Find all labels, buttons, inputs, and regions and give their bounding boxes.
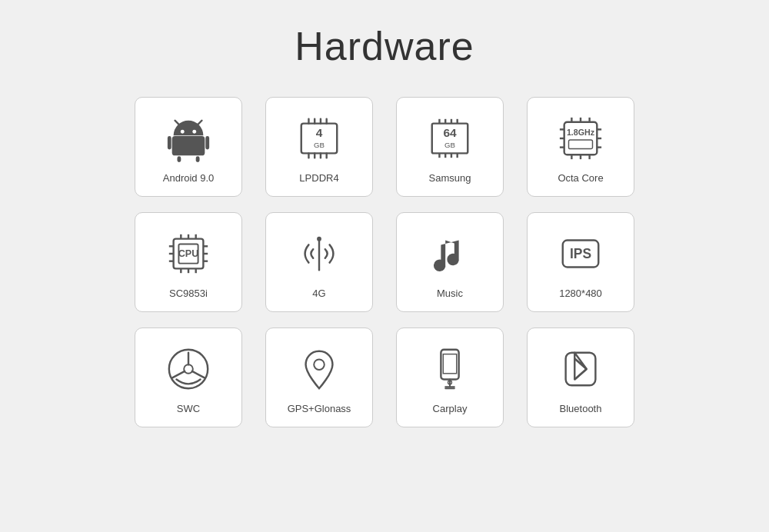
- card-ips: IPS 1280*480: [527, 212, 634, 312]
- svg-point-2: [181, 129, 185, 133]
- lpddr4-label: LPDDR4: [299, 172, 338, 184]
- card-android: Android 9.0: [135, 97, 242, 197]
- svg-rect-71: [443, 354, 456, 373]
- 4g-label: 4G: [312, 288, 325, 299]
- svg-rect-8: [196, 156, 200, 162]
- octa-icon: 1.8GHz: [553, 111, 608, 166]
- bluetooth-icon: [553, 341, 608, 397]
- svg-text:CPU: CPU: [178, 248, 199, 258]
- gps-label: GPS+Glonass: [288, 403, 351, 414]
- svg-text:GB: GB: [314, 140, 325, 148]
- card-lpddr4: 4 GB LPDDR4: [265, 97, 373, 197]
- samsung-icon: 64 GB: [422, 111, 478, 166]
- svg-text:64: 64: [443, 126, 457, 139]
- ram-icon: 4 GB: [291, 111, 347, 166]
- svg-line-67: [172, 371, 185, 377]
- carplay-label: Carplay: [433, 403, 468, 414]
- svg-point-61: [317, 236, 321, 241]
- page-title: Hardware: [295, 23, 474, 69]
- android-icon: [161, 111, 216, 166]
- hardware-grid: Android 9.0 4: [135, 97, 634, 427]
- cpu-icon: CPU: [161, 226, 216, 281]
- steering-icon: [161, 341, 216, 397]
- svg-rect-30: [564, 121, 598, 155]
- sc9853i-label: SC9853i: [169, 288, 208, 299]
- carplay-icon: [422, 341, 478, 397]
- svg-point-65: [184, 364, 193, 374]
- svg-rect-4: [172, 136, 205, 155]
- svg-line-68: [192, 371, 205, 377]
- svg-rect-44: [569, 139, 593, 148]
- card-carplay: Carplay: [396, 328, 504, 427]
- page-container: Hardware: [0, 0, 769, 532]
- svg-rect-5: [168, 136, 171, 149]
- card-bluetooth: Bluetooth: [527, 328, 634, 427]
- svg-text:4: 4: [316, 126, 323, 139]
- svg-rect-6: [205, 136, 209, 149]
- card-gps: GPS+Glonass: [265, 328, 373, 427]
- svg-point-3: [192, 129, 196, 133]
- samsung-label: Samsung: [429, 172, 471, 184]
- gps-icon: [291, 341, 347, 397]
- card-music: Music: [396, 212, 504, 312]
- svg-point-69: [314, 359, 325, 370]
- bluetooth-label: Bluetooth: [560, 403, 602, 414]
- svg-rect-7: [177, 156, 181, 162]
- octa-label: Octa Core: [558, 172, 603, 184]
- ips-icon: IPS: [553, 226, 608, 281]
- card-4g: 4G: [265, 212, 373, 312]
- card-samsung: 64 GB Samsung: [396, 97, 504, 197]
- card-sc9853i: CPU SC9853i: [135, 212, 242, 312]
- card-octa-core: 1.8GHz Octa Core: [527, 97, 634, 197]
- svg-text:GB: GB: [444, 140, 455, 148]
- signal-icon: [291, 226, 347, 281]
- svg-rect-76: [566, 352, 596, 385]
- swc-label: SWC: [177, 403, 200, 414]
- ips-label: 1280*480: [559, 288, 602, 299]
- svg-line-75: [574, 369, 587, 380]
- card-swc: SWC: [135, 328, 242, 427]
- svg-text:1.8GHz: 1.8GHz: [567, 128, 595, 137]
- android-label: Android 9.0: [163, 172, 215, 184]
- svg-text:IPS: IPS: [570, 245, 591, 261]
- music-label: Music: [437, 288, 463, 299]
- music-icon: [422, 226, 478, 281]
